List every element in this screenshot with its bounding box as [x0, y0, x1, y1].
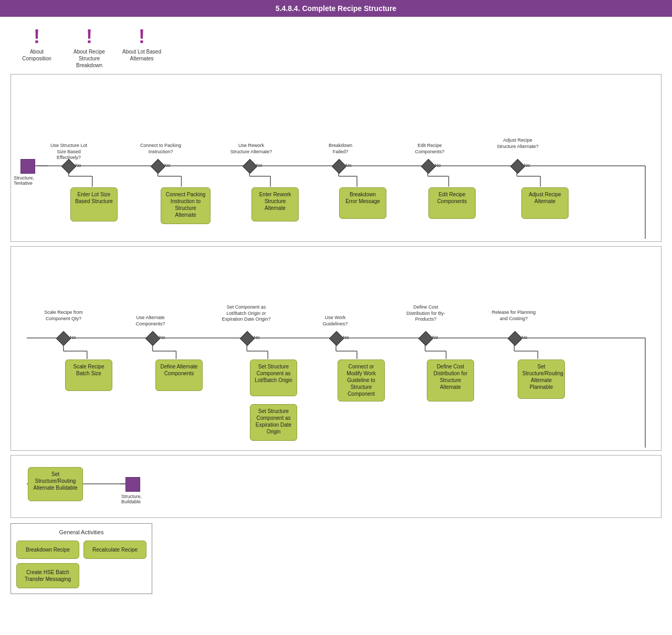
activity-edit-recipe[interactable]: Edit Recipe Components [428, 187, 476, 219]
diamond-5 [421, 159, 436, 174]
diamond-2-4 [329, 331, 344, 346]
no-2-5: No [432, 335, 438, 340]
start-node [20, 159, 35, 174]
question-2-1: Scale Recipe from Component Qty? [40, 310, 87, 322]
diamond-2-2 [145, 331, 160, 346]
general-activity-hse[interactable]: Create HSE Batch Transfer Messaging [16, 563, 79, 588]
general-activities-box: General Activities Breakdown Recipe Reca… [10, 523, 152, 594]
activity-connect-guideline[interactable]: Connect or Modify Work Guideline to Stru… [338, 359, 385, 401]
flow-section-3: Set Structure/Routing Alternate Buildabl… [10, 455, 662, 518]
no-2-2: No [159, 335, 165, 340]
end-label: Structure,Buildable [121, 494, 142, 504]
no-label-3: No [256, 163, 262, 168]
activity-connect-packing[interactable]: Connect Packing Instruction to Structure… [161, 187, 211, 224]
diamond-2-1 [56, 331, 71, 346]
no-2-4: No [343, 335, 349, 340]
general-activity-breakdown[interactable]: Breakdown Recipe [16, 541, 79, 559]
question-4: Breakdown Failed? [321, 143, 360, 155]
question-5: Edit Recipe Components? [410, 143, 449, 155]
end-node [125, 477, 140, 492]
no-label-1: No [75, 163, 81, 168]
general-activities-grid: Breakdown Recipe Recalculate Recipe Crea… [16, 541, 146, 588]
general-activity-recalculate[interactable]: Recalculate Recipe [83, 541, 146, 559]
no-2-6: No [521, 335, 528, 340]
diamond-6 [510, 159, 525, 174]
flow-section-1: Structure,Tentative Use Structure Lot Si… [10, 74, 662, 242]
header: 5.4.8.4. Complete Recipe Structure [0, 0, 672, 17]
activity-lot-batch-origin[interactable]: Set Structure Component as Lot/Batch Ori… [250, 359, 297, 396]
activity-enter-lot-size[interactable]: Enter Lot Size Based Structure [70, 187, 118, 221]
flow-section-2: Scale Recipe from Component Qty? No Scal… [10, 246, 662, 451]
question-2-3: Set Component as Lot/Batch Origin or Exp… [220, 304, 272, 323]
icons-row: ! About Composition ! About Recipe Struc… [5, 22, 667, 74]
question-2-6: Release for Planning and Costing? [491, 310, 536, 322]
diamond-3 [243, 159, 257, 174]
no-label-4: No [345, 163, 352, 168]
no-label-6: No [524, 163, 530, 168]
no-2-3: No [254, 335, 260, 340]
no-label-5: No [435, 163, 441, 168]
activity-set-plannable[interactable]: Set Structure/Routing Alternate Plannabl… [518, 359, 565, 399]
activity-define-alternate[interactable]: Define Alternate Components [155, 359, 203, 391]
activity-enter-rework[interactable]: Enter Rework Structure Alternate [251, 187, 299, 221]
general-activities-title: General Activities [16, 529, 146, 535]
start-label: Structure,Tentative [14, 175, 34, 186]
question-1: Use Structure Lot Size Based Effectively… [45, 143, 92, 161]
diamond-2-3 [240, 331, 255, 346]
question-6: Adjust Recipe Structure Alternate? [494, 137, 541, 150]
diamond-2-5 [418, 331, 433, 346]
diamond-4 [332, 159, 346, 174]
question-2-4: Use Work Guidelines? [316, 315, 355, 327]
activity-expiration-origin[interactable]: Set Structure Component as Expiration Da… [250, 404, 297, 441]
diamond-2 [151, 159, 165, 174]
activity-define-cost-dist[interactable]: Define Cost Distribution for Structure A… [427, 359, 474, 401]
icon-about-lot-based-alternates[interactable]: ! About Lot Based Alternates [121, 27, 163, 62]
activity-buildable[interactable]: Set Structure/Routing Alternate Buildabl… [28, 467, 83, 501]
question-2-2: Use Alternate Components? [131, 315, 170, 327]
icon-about-recipe-structure-breakdown[interactable]: ! About Recipe Structure Breakdown [68, 27, 110, 69]
question-2: Connect to Packing Instruction? [140, 143, 182, 155]
question-2-5: Define Cost Distribution for By-Products… [402, 304, 449, 323]
no-2-1: No [70, 335, 76, 340]
no-label-2: No [164, 163, 171, 168]
icon-about-composition[interactable]: ! About Composition [16, 27, 58, 62]
diamond-2-6 [508, 331, 522, 346]
activity-scale-recipe[interactable]: Scale Recipe Batch Size [65, 359, 112, 391]
activity-adjust-recipe[interactable]: Adjust Recipe Alternate [521, 187, 569, 219]
diamond-1 [61, 159, 76, 174]
activity-breakdown-error[interactable]: Breakdown Error Message [339, 187, 386, 219]
question-3: Use Rework Structure Alternate? [229, 143, 274, 155]
